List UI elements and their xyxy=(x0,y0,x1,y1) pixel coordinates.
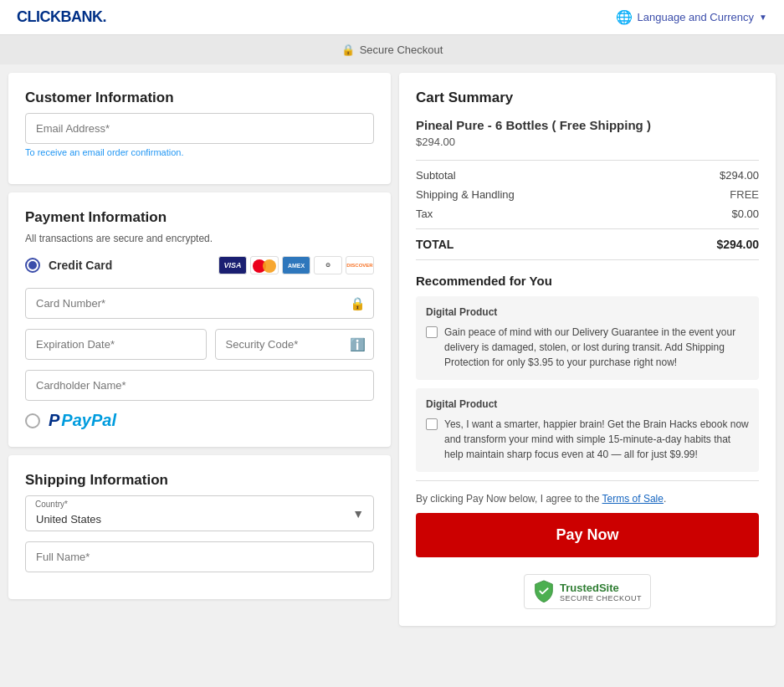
secure-banner: 🔒 Secure Checkout xyxy=(0,35,784,64)
rec-item-row-2: Yes, I want a smarter, happier brain! Ge… xyxy=(426,417,749,462)
country-select-wrapper: Country* United States Canada United Kin… xyxy=(25,495,374,531)
product-name: Pineal Pure - 6 Bottles ( Free Shipping … xyxy=(416,118,759,132)
rec-checkbox-2[interactable] xyxy=(426,418,438,430)
paypal-radio[interactable] xyxy=(25,413,40,428)
country-label: Country* xyxy=(35,500,68,509)
divider-4 xyxy=(416,480,759,481)
terms-text-before: By clicking Pay Now below, I agree to th… xyxy=(416,493,602,505)
recommended-item-2: Digital Product Yes, I want a smarter, h… xyxy=(416,388,759,472)
rec-product-label-2: Digital Product xyxy=(426,398,749,410)
expiration-input[interactable] xyxy=(25,329,207,360)
paypal-text-icon: PayPal xyxy=(61,411,116,430)
cart-summary-title: Cart Summary xyxy=(416,90,759,106)
customer-info-title: Customer Information xyxy=(25,90,374,106)
pay-now-button[interactable]: Pay Now xyxy=(416,513,759,557)
trusted-shield-icon xyxy=(533,580,555,603)
shipping-row: Shipping & Handling FREE xyxy=(416,188,759,201)
subtotal-label: Subtotal xyxy=(416,169,456,182)
shipping-value: FREE xyxy=(730,188,759,201)
country-select[interactable]: United States Canada United Kingdom Aust… xyxy=(25,495,374,531)
left-column: Customer Information To receive an email… xyxy=(8,73,391,599)
email-hint: To receive an email order confirmation. xyxy=(25,147,374,157)
divider-3 xyxy=(416,259,759,260)
subtotal-row: Subtotal $294.00 xyxy=(416,169,759,182)
main-content: Customer Information To receive an email… xyxy=(0,64,784,634)
lock-icon: 🔒 xyxy=(350,296,366,311)
trusted-site-name: TrustedSite xyxy=(560,582,642,594)
paypal-logo: P PayPal xyxy=(49,411,116,430)
full-name-input[interactable] xyxy=(25,541,374,572)
terms-text: By clicking Pay Now below, I agree to th… xyxy=(416,493,759,505)
globe-icon: 🌐 xyxy=(616,9,633,25)
shipping-info-section: Shipping Information Country* United Sta… xyxy=(8,455,391,599)
divider-1 xyxy=(416,160,759,161)
tax-row: Tax $0.00 xyxy=(416,208,759,220)
recommended-item-1: Digital Product Gain peace of mind with … xyxy=(416,296,759,380)
cart-summary: Cart Summary Pineal Pure - 6 Bottles ( F… xyxy=(399,73,776,626)
tax-value: $0.00 xyxy=(731,208,759,220)
trusted-text: TrustedSite SECURE CHECKOUT xyxy=(560,582,642,602)
credit-card-radio[interactable] xyxy=(25,258,40,273)
total-label: TOTAL xyxy=(416,238,453,251)
chevron-down-icon: ▼ xyxy=(759,13,767,22)
cardholder-input[interactable] xyxy=(25,370,374,401)
card-number-wrapper: 🔒 xyxy=(25,288,374,319)
payment-info-section: Payment Information All transactions are… xyxy=(8,192,391,447)
trusted-site-sub: SECURE CHECKOUT xyxy=(560,594,642,602)
credit-card-label: Credit Card xyxy=(49,259,112,272)
terms-of-sale-link[interactable]: Terms of Sale xyxy=(602,493,664,505)
cardholder-group xyxy=(25,370,374,401)
mastercard-icon xyxy=(250,256,279,274)
divider-2 xyxy=(416,228,759,229)
product-price: $294.00 xyxy=(416,136,759,148)
paypal-p-icon: P xyxy=(49,411,59,430)
diners-icon: ⊙ xyxy=(314,256,342,274)
rec-checkbox-1[interactable] xyxy=(426,326,438,338)
info-icon: ℹ️ xyxy=(350,337,366,352)
email-group: To receive an email order confirmation. xyxy=(25,113,374,157)
country-group: Country* United States Canada United Kin… xyxy=(25,495,374,531)
lock-icon: 🔒 xyxy=(341,44,355,56)
subtotal-value: $294.00 xyxy=(720,169,759,182)
total-value: $294.00 xyxy=(716,238,759,251)
right-column: Cart Summary Pineal Pure - 6 Bottles ( F… xyxy=(399,73,776,626)
discover-icon: DISCOVER xyxy=(346,256,374,274)
lang-currency-label: Language and Currency xyxy=(638,11,755,23)
tax-label: Tax xyxy=(416,208,433,220)
secure-checkout-text: Secure Checkout xyxy=(360,44,443,56)
card-icons: VISA AMEX ⊙ DISCOVER xyxy=(218,256,374,274)
security-wrapper: ℹ️ xyxy=(215,329,375,360)
card-number-group: 🔒 xyxy=(25,288,374,319)
payment-info-title: Payment Information xyxy=(25,209,374,226)
customer-info-section: Customer Information To receive an email… xyxy=(8,73,391,184)
rec-item-row-1: Gain peace of mind with our Delivery Gua… xyxy=(426,325,749,370)
amex-icon: AMEX xyxy=(282,256,310,274)
total-row: TOTAL $294.00 xyxy=(416,238,759,251)
card-number-input[interactable] xyxy=(25,288,374,319)
expiry-security-row: ℹ️ xyxy=(25,329,374,360)
rec-text-2: Yes, I want a smarter, happier brain! Ge… xyxy=(444,417,749,462)
credit-card-option[interactable]: Credit Card VISA AMEX ⊙ DISCOVER xyxy=(25,256,374,274)
rec-text-1: Gain peace of mind with our Delivery Gua… xyxy=(444,325,749,370)
email-input[interactable] xyxy=(25,113,374,144)
trusted-badge: TrustedSite SECURE CHECKOUT xyxy=(524,574,651,609)
shipping-label: Shipping & Handling xyxy=(416,188,515,201)
visa-icon: VISA xyxy=(218,256,247,274)
terms-text-after: . xyxy=(664,493,666,505)
paypal-option[interactable]: P PayPal xyxy=(25,411,374,430)
shipping-info-title: Shipping Information xyxy=(25,472,374,489)
language-currency-button[interactable]: 🌐 Language and Currency ▼ xyxy=(616,9,767,25)
full-name-group xyxy=(25,541,374,572)
header: CLICKBANK. 🌐 Language and Currency ▼ xyxy=(0,0,784,35)
clickbank-logo: CLICKBANK. xyxy=(17,8,106,26)
trusted-site: TrustedSite SECURE CHECKOUT xyxy=(416,574,759,609)
rec-product-label-1: Digital Product xyxy=(426,306,749,318)
recommended-title: Recommended for You xyxy=(416,274,759,288)
payment-info-subtitle: All transactions are secure and encrypte… xyxy=(25,233,374,244)
